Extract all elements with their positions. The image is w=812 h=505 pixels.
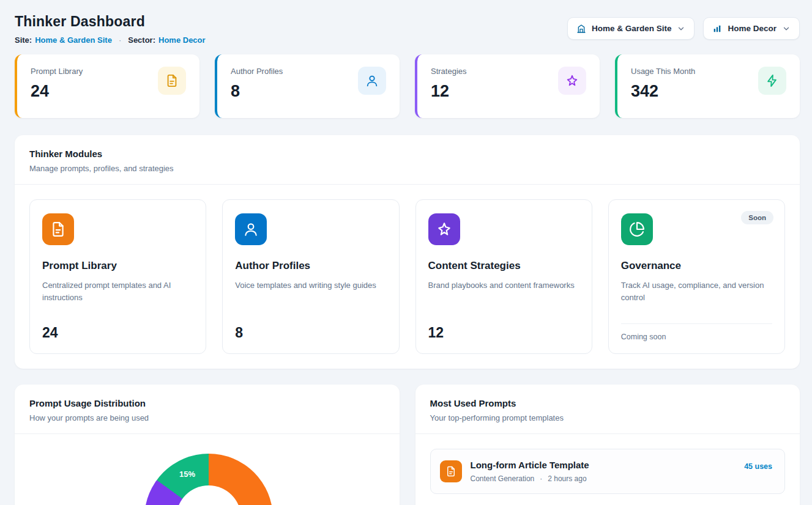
modules-header: Thinker Modules Manage prompts, profiles…: [15, 135, 800, 185]
prompt-title: Long-form Article Template: [471, 460, 736, 470]
bottom-row: Prompt Usage Distribution How your promp…: [15, 385, 800, 505]
panel-title: Most Used Prompts: [430, 398, 786, 408]
site-selector-label: Home & Garden Site: [592, 24, 672, 33]
slice-label: 15%: [179, 470, 195, 479]
person-icon: [358, 67, 386, 95]
module-description: Brand playbooks and content frameworks: [428, 279, 579, 292]
header-controls: Home & Garden Site Home Decor: [567, 17, 800, 40]
most-used-prompts-panel: Most Used Prompts Your top-performing pr…: [415, 385, 800, 505]
stat-value: 12: [431, 82, 467, 101]
sector-link[interactable]: Home Decor: [158, 35, 206, 45]
document-icon: [440, 460, 462, 482]
thinker-modules-section: Thinker Modules Manage prompts, profiles…: [15, 135, 800, 369]
prompt-meta: Content Generation · 2 hours ago: [471, 474, 736, 483]
stat-card-usage[interactable]: Usage This Month 342: [615, 54, 800, 118]
separator-dot: ·: [119, 35, 121, 45]
prompt-time: 2 hours ago: [548, 474, 586, 483]
donut-chart-area: 15%: [15, 434, 400, 505]
prompt-category: Content Generation: [471, 474, 535, 483]
stat-value: 8: [231, 82, 283, 101]
site-link[interactable]: Home & Garden Site: [35, 35, 112, 45]
lightning-icon: [758, 67, 786, 95]
sector-label: Sector:: [128, 35, 155, 45]
uses-badge: 45 uses: [744, 462, 772, 471]
stat-card-strategies[interactable]: Strategies 12: [415, 54, 600, 118]
usage-panel-header: Prompt Usage Distribution How your promp…: [15, 385, 400, 434]
sparkle-star-icon: [558, 67, 586, 95]
chevron-down-icon: [782, 24, 791, 33]
stat-card-prompt-library[interactable]: Prompt Library 24: [15, 54, 199, 118]
stat-label: Author Profiles: [231, 67, 283, 76]
person-icon: [235, 213, 267, 245]
module-count: 24: [42, 325, 193, 341]
module-title: Author Profiles: [235, 260, 386, 272]
dashboard-page: Thinker Dashboard Site: Home & Garden Si…: [0, 0, 812, 505]
chevron-down-icon: [677, 24, 685, 33]
site-label: Site:: [15, 35, 32, 45]
modules-grid: Prompt Library Centralized prompt templa…: [15, 185, 800, 369]
module-title: Content Strategies: [428, 260, 579, 272]
separator-dot: ·: [540, 474, 542, 483]
donut-chart: 15%: [144, 454, 273, 505]
module-description: Track AI usage, compliance, and version …: [621, 279, 772, 304]
module-title: Prompt Library: [42, 260, 193, 272]
panel-subtitle: How your prompts are being used: [29, 413, 385, 422]
soon-badge: Soon: [741, 211, 773, 224]
module-card-governance[interactable]: Soon Governance Track AI usage, complian…: [608, 199, 785, 354]
prompt-list: Long-form Article Template Content Gener…: [415, 434, 800, 505]
stat-label: Usage This Month: [631, 67, 695, 76]
sparkle-star-icon: [428, 213, 460, 245]
section-title: Thinker Modules: [29, 149, 785, 159]
coming-soon-text: Coming soon: [621, 323, 772, 341]
site-selector-dropdown[interactable]: Home & Garden Site: [567, 17, 695, 40]
breadcrumb: Site: Home & Garden Site · Sector: Home …: [15, 35, 206, 45]
panel-subtitle: Your top-performing prompt templates: [430, 413, 786, 422]
stat-value: 342: [631, 82, 695, 101]
bar-chart-icon: [712, 24, 722, 34]
module-card-content-strategies[interactable]: Content Strategies Brand playbooks and c…: [415, 199, 592, 354]
page-title: Thinker Dashboard: [15, 13, 206, 30]
module-card-author-profiles[interactable]: Author Profiles Voice templates and writ…: [222, 199, 399, 354]
prompt-usage-panel: Prompt Usage Distribution How your promp…: [15, 385, 400, 505]
module-count: 8: [235, 325, 386, 341]
module-card-prompt-library[interactable]: Prompt Library Centralized prompt templa…: [29, 199, 206, 354]
stat-value: 24: [31, 82, 83, 101]
list-item-prompt[interactable]: Long-form Article Template Content Gener…: [430, 449, 786, 494]
module-title: Governance: [621, 260, 772, 272]
module-description: Voice templates and writing style guides: [235, 279, 386, 292]
title-block: Thinker Dashboard Site: Home & Garden Si…: [15, 13, 206, 45]
document-icon: [42, 213, 74, 245]
sector-selector-label: Home Decor: [728, 24, 777, 33]
sector-selector-dropdown[interactable]: Home Decor: [703, 17, 800, 40]
prompts-panel-header: Most Used Prompts Your top-performing pr…: [415, 385, 800, 434]
stat-label: Strategies: [431, 67, 467, 76]
pie-chart-icon: [621, 213, 653, 245]
building-icon: [576, 24, 586, 34]
module-count: 12: [428, 325, 579, 341]
top-bar: Thinker Dashboard Site: Home & Garden Si…: [15, 13, 800, 45]
document-icon: [158, 67, 186, 95]
module-description: Centralized prompt templates and AI inst…: [42, 279, 193, 304]
stat-card-author-profiles[interactable]: Author Profiles 8: [215, 54, 400, 118]
panel-title: Prompt Usage Distribution: [29, 398, 385, 408]
section-subtitle: Manage prompts, profiles, and strategies: [29, 164, 785, 173]
stat-label: Prompt Library: [31, 67, 83, 76]
stats-row: Prompt Library 24 Author Profiles 8 Stra…: [15, 54, 800, 118]
